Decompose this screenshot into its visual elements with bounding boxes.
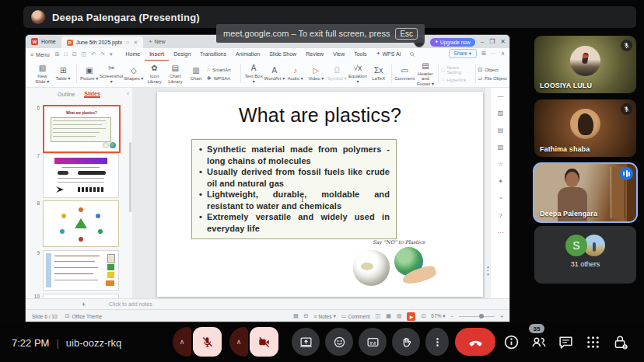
- others-tile[interactable]: S 31 others: [534, 226, 636, 284]
- restore-button[interactable]: ❐: [489, 39, 495, 45]
- theme-name[interactable]: Office Theme: [72, 314, 102, 319]
- camera-options-chevron[interactable]: ∧: [229, 327, 248, 357]
- side-tool-icon[interactable]: ▨: [491, 110, 509, 117]
- quick-access-icon[interactable]: ⊞: [55, 51, 60, 57]
- side-tool-icon[interactable]: ⋯: [491, 229, 509, 236]
- raise-hand-button[interactable]: [392, 328, 420, 356]
- toolbar-item-picture[interactable]: ▣Picture ▾: [79, 66, 100, 82]
- side-tool-icon[interactable]: ✦: [491, 178, 509, 185]
- upgrade-now-button[interactable]: ✦ Upgrade now: [430, 38, 475, 47]
- camera-off-button[interactable]: [250, 327, 278, 357]
- participants-icon[interactable]: 35: [530, 334, 547, 350]
- thumbnail-slide-8[interactable]: 8: [32, 200, 119, 247]
- wps-home-tab[interactable]: W Home: [26, 35, 61, 48]
- side-tool-icon[interactable]: ?: [491, 212, 509, 219]
- toolbar-item-table[interactable]: ⊞Table ▾: [53, 66, 74, 82]
- slideshow-play-button[interactable]: ▶: [407, 312, 415, 321]
- wps-document-tab[interactable]: P June 5th 2025.pptx ○ ✕: [61, 37, 144, 48]
- slides-tab[interactable]: Slides: [84, 91, 100, 98]
- thumbnail-slide-7[interactable]: 7: [32, 153, 119, 198]
- side-tool-icon[interactable]: ▤: [491, 127, 509, 134]
- toolbar-item-new-slide[interactable]: ▧New Slide ▾: [32, 64, 53, 84]
- search-icon[interactable]: [409, 51, 415, 58]
- tab-close-icon[interactable]: ✕: [133, 40, 138, 46]
- toolbar-item-audio[interactable]: ♪Audio ▾: [285, 66, 306, 82]
- participant-tile-fathima[interactable]: Fathima shaba: [534, 99, 636, 157]
- zoom-slider[interactable]: [459, 316, 495, 317]
- captions-button[interactable]: [359, 328, 387, 356]
- minimize-button[interactable]: –: [481, 39, 484, 45]
- toolbar-item-chart[interactable]: ▥Chart: [186, 66, 207, 82]
- zoom-out-button[interactable]: −: [450, 314, 453, 319]
- comment-toggle[interactable]: ▭Comment: [341, 313, 370, 319]
- side-tool-icon[interactable]: ☆: [491, 161, 509, 168]
- toolbar-item-object[interactable]: ⊡Object: [478, 67, 509, 73]
- share-button[interactable]: Share ▾: [449, 49, 477, 58]
- fit-width-icon[interactable]: ⊟: [304, 313, 309, 319]
- quick-access-icon[interactable]: □: [64, 51, 67, 57]
- more-options-button[interactable]: [425, 328, 449, 356]
- toolbar-item-header-and-footer[interactable]: ▤Header and Footer ▾: [415, 61, 436, 87]
- thumbnail-slide-6[interactable]: 6 What are plastics?: [32, 105, 121, 153]
- add-slide-button[interactable]: +: [82, 301, 86, 308]
- ribbon-tab-review[interactable]: Review: [301, 47, 328, 60]
- toolbar-item-wordart[interactable]: AWordArt ▾: [264, 66, 285, 82]
- panel-scrollbar[interactable]: [129, 142, 131, 212]
- toolbar-item-latex[interactable]: ΣxLaTeX: [368, 66, 389, 82]
- chat-icon[interactable]: [558, 334, 574, 350]
- notes-toggle[interactable]: ≡Notes▾: [313, 313, 335, 319]
- notes-strip[interactable]: + Click to add notes: [26, 298, 509, 310]
- toolbar-item-file-object[interactable]: ▱File Object: [478, 75, 509, 82]
- fullscreen-icon[interactable]: ⊡: [421, 313, 425, 319]
- reading-view-icon[interactable]: ▥: [397, 313, 402, 319]
- layout-grid-icon[interactable]: ⊞: [481, 50, 486, 57]
- quick-access-icon[interactable]: ↶: [91, 51, 96, 57]
- side-tool-icon[interactable]: ▧: [491, 144, 509, 151]
- collapse-ribbon-icon[interactable]: ∧: [501, 50, 505, 57]
- quick-access-icon[interactable]: ⊡: [72, 51, 77, 57]
- toolbar-item-smartart[interactable]: ∴SmartArt: [206, 67, 238, 73]
- ribbon-tab-view[interactable]: View: [328, 47, 349, 60]
- ribbon-tab-design[interactable]: Design: [169, 47, 195, 60]
- more-options-icon[interactable]: ⋯: [491, 50, 496, 57]
- activities-icon[interactable]: [585, 334, 601, 350]
- toolbar-item-shapes[interactable]: ◇Shapes ▾: [123, 66, 144, 82]
- mic-muted-button[interactable]: [193, 327, 222, 357]
- toolbar-item-chart-library[interactable]: ▤Chart Library: [165, 64, 186, 84]
- quick-access-icon[interactable]: ◫: [82, 51, 87, 57]
- present-screen-button[interactable]: [292, 328, 320, 356]
- participant-tile-loosiya[interactable]: LOOSIYA LULU: [534, 36, 636, 93]
- meeting-details-icon[interactable]: [503, 334, 520, 350]
- close-button[interactable]: ✕: [500, 39, 506, 45]
- menu-button[interactable]: Menu: [36, 52, 50, 57]
- hamburger-menu-icon[interactable]: ≡: [30, 52, 33, 57]
- toolbar-item-video[interactable]: ▷Video ▾: [306, 66, 327, 82]
- toolbar-item-comment[interactable]: ▭Comment: [394, 66, 415, 82]
- toolbar-item-wpsart[interactable]: ❖WPSArt: [206, 75, 238, 82]
- quick-access-icons[interactable]: ⊞□⊡◫↶↷▾: [53, 51, 115, 57]
- mic-options-chevron[interactable]: ∧: [173, 327, 191, 357]
- zoom-in-button[interactable]: +: [500, 314, 503, 319]
- ribbon-tab-transitions[interactable]: Transitions: [195, 47, 231, 60]
- reactions-button[interactable]: [325, 328, 353, 356]
- leave-call-button[interactable]: [455, 328, 495, 356]
- ribbon-tab-wps-ai[interactable]: ✦WPS AI: [372, 47, 406, 60]
- side-tool-icon[interactable]: —: [491, 92, 509, 99]
- wps-new-tab-button[interactable]: + New: [143, 35, 170, 48]
- participant-tile-deepa-video[interactable]: Deepa Palengara: [533, 162, 638, 223]
- normal-view-icon[interactable]: ◫: [376, 313, 381, 319]
- side-tool-icon[interactable]: ◔: [491, 195, 509, 202]
- outline-tab[interactable]: Outline: [58, 92, 75, 97]
- collapse-panel-icon[interactable]: ‹: [127, 90, 129, 97]
- host-controls-icon[interactable]: [612, 334, 628, 350]
- sorter-view-icon[interactable]: ▦: [386, 313, 391, 319]
- ribbon-tab-slide-show[interactable]: Slide Show: [264, 47, 301, 60]
- quick-access-icon[interactable]: ▾: [110, 51, 113, 57]
- quick-access-icon[interactable]: ↷: [100, 51, 105, 57]
- slide-bullet-box[interactable]: Synthetic material made from polymers - …: [191, 139, 397, 239]
- thumbnail-slide-9[interactable]: 9: [32, 250, 119, 291]
- toolbar-item-icon-library[interactable]: ✿Icon Library: [144, 64, 165, 84]
- toolbar-item-text-box[interactable]: AText Box ▾: [243, 64, 264, 84]
- ribbon-tab-insert[interactable]: Insert: [145, 47, 169, 61]
- toolbar-item-screenshot[interactable]: ✂Screenshot ▾: [100, 64, 123, 84]
